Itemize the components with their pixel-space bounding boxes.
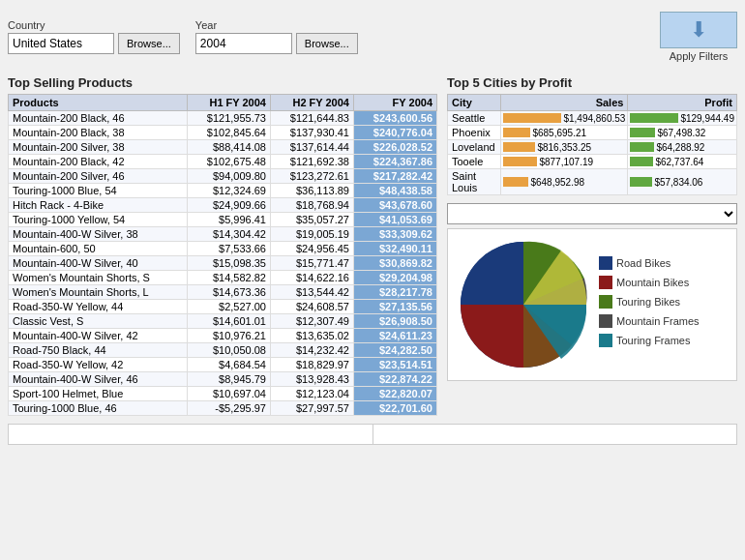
legend-color-box [599, 295, 612, 309]
filter-bar: Country Browse... Year Browse... ⬇ Apply… [8, 8, 737, 66]
col-sales: Sales [501, 95, 628, 111]
top-selling-title: Top Selling Products [8, 75, 437, 90]
product-value: $226,028.52 [353, 140, 436, 155]
table-row: Hitch Rack - 4-Bike$24,909.66$18,768.94$… [9, 198, 437, 213]
country-input[interactable] [8, 33, 114, 54]
legend-color-box [599, 334, 612, 347]
product-value: $121,955.73 [187, 111, 270, 126]
product-value: $24,282.50 [353, 343, 436, 358]
product-value: $2,527.00 [187, 300, 270, 314]
city-row: Phoenix$685,695.21$67,498.32 [448, 126, 737, 140]
product-value: $94,009.80 [187, 169, 270, 184]
table-row: Mountain-200 Black, 42$102,675.48$121,69… [9, 155, 437, 169]
product-name: Road-350-W Yellow, 44 [9, 300, 188, 314]
product-name: Touring-1000 Blue, 54 [9, 184, 188, 198]
legend-color-box [599, 314, 612, 328]
year-browse-button[interactable]: Browse... [296, 33, 358, 54]
city-row: Saint Louis$648,952.98$57,834.06 [448, 169, 737, 195]
legend-item: Road Bikes [599, 256, 729, 270]
table-row: Classic Vest, S$14,601.01$12,307.49$26,9… [9, 314, 437, 329]
content-area: Top Selling Products Products H1 FY 2004… [8, 75, 737, 416]
product-value: $12,123.04 [270, 387, 353, 401]
year-filter-group: Year Browse... [195, 19, 358, 54]
product-value: $12,307.49 [270, 314, 353, 329]
product-value: $10,976.21 [187, 329, 270, 343]
apply-filters-button[interactable]: ⬇ Apply Filters [660, 12, 737, 62]
cities-section: Top 5 Cities by Profit City Sales Profit… [447, 75, 737, 195]
chart-legend: Road BikesMountain BikesTouring BikesMou… [599, 256, 729, 353]
city-sales: $816,353.25 [501, 140, 628, 155]
product-value: $15,098.35 [187, 256, 270, 271]
table-row: Road-350-W Yellow, 42$4,684.54$18,829.97… [9, 358, 437, 372]
product-value: $13,635.02 [270, 329, 353, 343]
city-name: Saint Louis [448, 169, 501, 195]
country-label: Country [8, 19, 180, 31]
product-name: Mountain-600, 50 [9, 242, 188, 256]
right-panel: Top 5 Cities by Profit City Sales Profit… [447, 75, 737, 416]
product-value: $24,611.23 [353, 329, 436, 343]
product-name: Women's Mountain Shorts, L [9, 285, 188, 300]
year-input[interactable] [195, 33, 292, 54]
product-value: $8,945.79 [187, 372, 270, 387]
chart-filter-select[interactable] [447, 203, 737, 224]
year-label: Year [195, 19, 358, 31]
product-name: Mountain-400-W Silver, 42 [9, 329, 188, 343]
city-profit: $64,288.92 [628, 140, 737, 155]
product-name: Mountain-400-W Silver, 38 [9, 227, 188, 242]
city-name: Phoenix [448, 126, 501, 140]
table-row: Mountain-200 Black, 38$102,845.64$137,93… [9, 126, 437, 140]
year-filter-row: Browse... [195, 33, 358, 54]
product-value: $13,928.43 [270, 372, 353, 387]
product-value: $22,701.60 [353, 401, 436, 416]
product-value: $121,644.83 [270, 111, 353, 126]
city-sales: $648,952.98 [501, 169, 628, 195]
product-value: $27,997.57 [270, 401, 353, 416]
product-name: Sport-100 Helmet, Blue [9, 387, 188, 401]
product-value: $14,622.16 [270, 271, 353, 285]
product-value: $30,869.82 [353, 256, 436, 271]
apply-btn-label: Apply Filters [670, 50, 729, 62]
bottom-left [9, 425, 373, 444]
table-row: Women's Mountain Shorts, S$14,582.82$14,… [9, 271, 437, 285]
product-value: $12,324.69 [187, 184, 270, 198]
product-value: $28,217.78 [353, 285, 436, 300]
table-row: Road-750 Black, 44$10,050.08$14,232.42$2… [9, 343, 437, 358]
product-value: $123,272.61 [270, 169, 353, 184]
table-row: Mountain-600, 50$7,533.66$24,956.45$32,4… [9, 242, 437, 256]
product-value: $24,956.45 [270, 242, 353, 256]
product-value: $240,776.04 [353, 126, 436, 140]
legend-item: Touring Frames [599, 334, 729, 347]
table-row: Mountain-200 Silver, 38$88,414.08$137,61… [9, 140, 437, 155]
product-value: $22,820.07 [353, 387, 436, 401]
country-browse-button[interactable]: Browse... [118, 33, 180, 54]
table-row: Mountain-400-W Silver, 42$10,976.21$13,6… [9, 329, 437, 343]
left-panel: Top Selling Products Products H1 FY 2004… [8, 75, 437, 416]
product-value: $35,057.27 [270, 213, 353, 227]
product-value: $41,053.69 [353, 213, 436, 227]
table-row: Mountain-200 Silver, 46$94,009.80$123,27… [9, 169, 437, 184]
legend-item: Mountain Frames [599, 314, 729, 328]
table-row: Women's Mountain Shorts, L$14,673.36$13,… [9, 285, 437, 300]
product-value: $33,309.62 [353, 227, 436, 242]
table-row: Touring-1000 Yellow, 54$5,996.41$35,057.… [9, 213, 437, 227]
product-value: $10,697.04 [187, 387, 270, 401]
product-name: Mountain-200 Black, 42 [9, 155, 188, 169]
product-value: $4,684.54 [187, 358, 270, 372]
legend-label: Road Bikes [616, 257, 670, 269]
city-sales: $1,494,860.53 [501, 111, 628, 126]
city-name: Loveland [448, 140, 501, 155]
bottom-right [373, 425, 737, 444]
product-name: Mountain-200 Black, 38 [9, 126, 188, 140]
product-name: Classic Vest, S [9, 314, 188, 329]
product-value: $14,601.01 [187, 314, 270, 329]
product-name: Touring-1000 Yellow, 54 [9, 213, 188, 227]
product-value: $137,930.41 [270, 126, 353, 140]
product-name: Women's Mountain Shorts, S [9, 271, 188, 285]
country-filter-row: Browse... [8, 33, 180, 54]
product-value: $29,204.98 [353, 271, 436, 285]
product-value: $23,514.51 [353, 358, 436, 372]
product-value: $14,582.82 [187, 271, 270, 285]
product-name: Touring-1000 Blue, 46 [9, 401, 188, 416]
product-value: $36,113.89 [270, 184, 353, 198]
legend-color-box [599, 276, 612, 289]
